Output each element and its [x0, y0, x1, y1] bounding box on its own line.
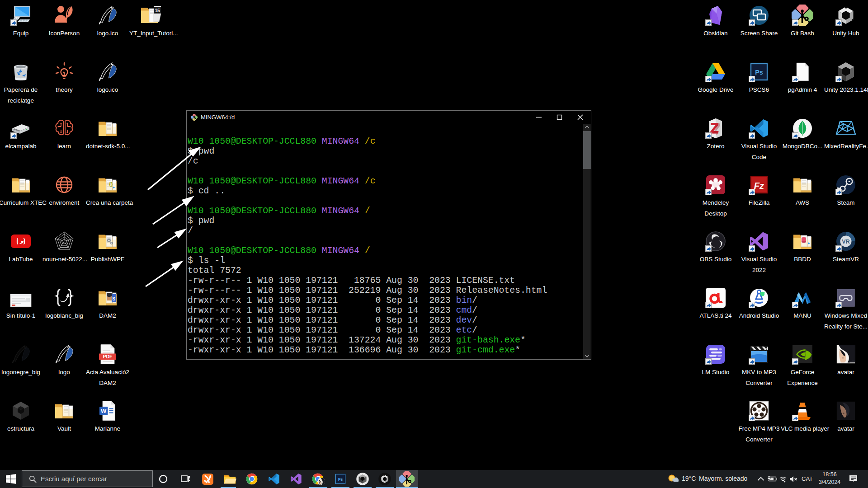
svg-text:S: S — [112, 296, 115, 301]
svg-text:{}: {} — [109, 181, 113, 187]
